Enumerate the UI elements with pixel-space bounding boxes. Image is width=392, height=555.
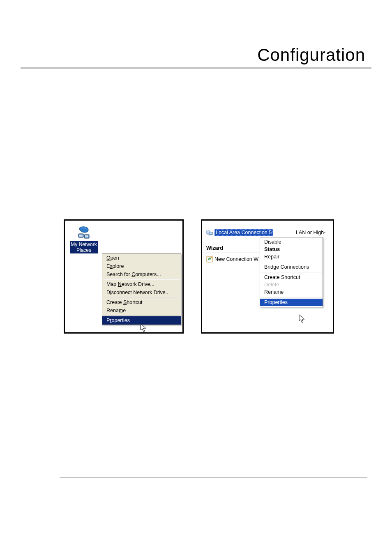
menu-repair[interactable]: Repair xyxy=(260,253,323,260)
my-network-places-desktop-icon[interactable]: My Network Places xyxy=(68,226,99,253)
svg-rect-5 xyxy=(209,232,212,235)
page-title: Configuration xyxy=(21,45,371,65)
menu-separator xyxy=(261,272,322,272)
menu-separator xyxy=(103,279,180,280)
menu-rename[interactable]: Rename xyxy=(260,288,323,296)
lan-connection-icon xyxy=(206,229,213,236)
menu-create-shortcut[interactable]: Create Shortcut xyxy=(102,298,181,306)
menu-explore[interactable]: Explore xyxy=(102,262,181,270)
wizard-icon xyxy=(206,256,213,263)
menu-open[interactable]: Open xyxy=(102,254,181,262)
menu-bridge-connections[interactable]: Bridge Connections xyxy=(260,263,323,271)
context-menu-lan-connection: Disable Status Repair Bridge Connections… xyxy=(260,237,323,307)
menu-separator xyxy=(261,262,322,262)
menu-separator xyxy=(103,297,180,298)
menu-properties[interactable]: Properties xyxy=(260,299,323,306)
screenshot-left: My Network Places Open Explore Search fo… xyxy=(64,219,184,334)
network-places-icon xyxy=(77,226,91,240)
context-menu-network-places: Open Explore Search for Computers... Map… xyxy=(102,253,181,325)
menu-search-computers[interactable]: Search for Computers... xyxy=(102,270,181,279)
svg-point-7 xyxy=(211,257,212,258)
screenshots-row: My Network Places Open Explore Search fo… xyxy=(64,219,334,334)
menu-disconnect-network-drive[interactable]: Disconnect Network Drive... xyxy=(102,288,181,297)
list-item-label: Local Area Connection 5 xyxy=(214,229,273,236)
menu-delete: Delete xyxy=(260,281,323,288)
screenshot-right: Local Area Connection 5 LAN or High- Wiz… xyxy=(201,219,334,334)
mouse-cursor-icon xyxy=(299,314,305,323)
list-item-type: LAN or High- xyxy=(296,230,333,235)
menu-status[interactable]: Status xyxy=(260,246,323,253)
menu-separator xyxy=(261,297,322,297)
svg-rect-3 xyxy=(85,235,88,237)
title-divider xyxy=(21,67,371,69)
desktop-icon-label: My Network Places xyxy=(70,241,97,253)
menu-properties[interactable]: Properties xyxy=(102,316,181,325)
list-item-local-area-connection[interactable]: Local Area Connection 5 LAN or High- xyxy=(206,229,333,236)
menu-map-network-drive[interactable]: Map Network Drive... xyxy=(102,280,181,288)
menu-rename[interactable]: Rename xyxy=(102,306,181,315)
menu-create-shortcut[interactable]: Create Shortcut xyxy=(260,274,323,281)
menu-disable[interactable]: Disable xyxy=(260,238,323,246)
menu-separator xyxy=(103,315,180,316)
list-item-label: New Connection W xyxy=(214,256,258,262)
footer-divider xyxy=(60,477,367,478)
svg-rect-1 xyxy=(79,235,83,237)
